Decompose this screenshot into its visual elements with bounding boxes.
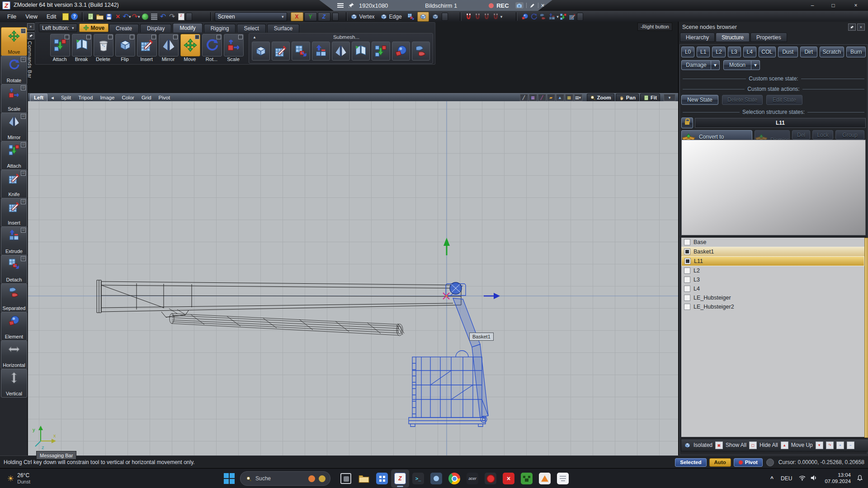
layer-scratch-button[interactable]: Scratch (820, 47, 844, 57)
submesh-edit-icon[interactable] (332, 42, 350, 61)
recorder-pin-icon[interactable] (348, 2, 354, 9)
taskbar-app-closed-red[interactable]: × (500, 469, 518, 488)
remove-node-icon[interactable]: − (847, 441, 854, 449)
move-up-label[interactable]: Move Up (791, 442, 813, 448)
hide-all-icon[interactable]: ▢ (749, 441, 757, 449)
submesh-weld-icon[interactable] (292, 42, 310, 61)
tab-select[interactable]: Select (237, 24, 265, 33)
submesh-uv-icon[interactable] (352, 42, 370, 61)
new-file-icon[interactable] (86, 12, 95, 21)
search-box[interactable]: Suche (240, 471, 330, 486)
pivot-mode-button[interactable]: Pivot (734, 458, 763, 467)
cmd-tool-move[interactable] (180, 34, 200, 56)
view-back-icon[interactable]: ◂ (47, 94, 57, 101)
bone-tool-icon[interactable] (538, 12, 547, 21)
axis-y-toggle[interactable]: Y (304, 12, 317, 21)
taskbar-app-acer[interactable]: acer (463, 469, 481, 488)
submesh-smooth-icon[interactable] (252, 42, 270, 61)
tab-create[interactable]: Create (109, 24, 139, 33)
wireframe-mode-icon[interactable]: ╱ (520, 94, 528, 101)
recorder-display-name[interactable]: Bildschirm 1 (425, 2, 457, 9)
submesh-split-icon[interactable] (312, 42, 330, 61)
tab-rigging[interactable]: Rigging (204, 24, 236, 33)
sidebar-tool-separated[interactable]: Separated (1, 283, 27, 312)
object-mode-icon[interactable] (417, 12, 429, 22)
textured-mode-icon[interactable]: ▩ (565, 94, 573, 101)
sidebar-tool-extrude[interactable]: ◲ Extrude (1, 226, 27, 255)
vertex-mode-button[interactable]: Vertex (350, 13, 375, 20)
sidebar-tool-vertical[interactable]: Vertical (1, 369, 27, 398)
menu-view[interactable]: View (21, 11, 42, 22)
taskbar-app-minecraft[interactable] (518, 469, 536, 488)
shaded-mode-icon[interactable]: ▲ (556, 94, 564, 101)
notification-bell-icon[interactable] (856, 474, 863, 483)
right-button-label[interactable]: -Right button (637, 23, 672, 31)
cmd-tool-break[interactable] (72, 34, 92, 56)
morph-tool-icon[interactable] (529, 12, 538, 21)
sidebar-tool-mirror[interactable]: ◲ Mirror (1, 113, 27, 141)
tab-hierarchy[interactable]: Hierarchy (680, 33, 715, 42)
submesh-brush-icon[interactable] (272, 42, 290, 61)
clock-widget[interactable]: 13:04 07.09.2024 (825, 472, 851, 485)
viewport-dropdown-icon[interactable]: ▾ (664, 94, 675, 101)
node-checkbox[interactable] (684, 267, 690, 274)
solid-mode-icon[interactable]: ▦ (529, 94, 537, 101)
taskbar-app-task-view[interactable] (337, 469, 355, 488)
lock-button[interactable]: Lock (812, 130, 833, 140)
sidebar-tool-scale[interactable]: ◲ Scale (1, 84, 27, 113)
node-row-le-hubsteiger2[interactable]: LE_Hubsteiger2 (681, 302, 864, 311)
redo-icon[interactable]: ↷▾ (132, 12, 141, 21)
history-back-icon[interactable]: ↶ (159, 12, 168, 21)
help-icon[interactable]: ? (70, 12, 79, 21)
auto-mode-button[interactable]: Auto (709, 458, 731, 467)
render-clap-icon[interactable]: ▤▾ (574, 94, 582, 101)
screen-selector-dropdown[interactable]: Screen▾ (215, 12, 287, 21)
scene-panel-close-icon[interactable]: × (857, 23, 865, 31)
layer-dirt-button[interactable]: Dirt (800, 47, 817, 57)
cmd-tool-flip[interactable] (115, 34, 135, 56)
tab-modify[interactable]: Modify (173, 23, 202, 33)
node-row-l11-selected[interactable]: L11 (681, 256, 864, 266)
tray-chevron-icon[interactable]: ^ (770, 475, 774, 482)
layer-l0-button[interactable]: L0 (681, 47, 694, 57)
cmd-tool-mirror[interactable] (159, 34, 179, 56)
node-row-l2[interactable]: L2 (681, 266, 864, 275)
taskbar-app-screen-recorder[interactable] (481, 469, 500, 488)
taskbar-app-vlc[interactable] (536, 469, 554, 488)
undo-icon[interactable]: ↶▾ (123, 12, 132, 21)
uv-tool-icon[interactable] (520, 12, 529, 21)
sidebar-tool-attach[interactable]: ◲ Attach (1, 141, 27, 170)
anim-tool-icon[interactable] (547, 12, 557, 21)
node-checkbox[interactable] (684, 286, 690, 292)
left-button-label[interactable]: Left button: ▾ (39, 23, 77, 32)
node-checkbox[interactable] (684, 239, 690, 245)
edge-mode-button[interactable]: Edge (380, 13, 402, 20)
hide-all-label[interactable]: Hide All (760, 442, 778, 448)
viewport-menu-color[interactable]: Color (118, 95, 137, 100)
layer-l1-button[interactable]: L1 (697, 47, 710, 57)
settings-tool-icon[interactable] (559, 12, 568, 21)
menu-edit[interactable]: Edit (42, 11, 61, 22)
layer-l2-button[interactable]: L2 (712, 47, 725, 57)
open-file-icon[interactable] (95, 12, 104, 21)
toolbar-mini-button[interactable] (186, 13, 192, 21)
edged-mode-icon[interactable]: ╱ (538, 94, 546, 101)
sidebar-tool-move[interactable]: ◲ Move (1, 27, 27, 56)
node-row-l3[interactable]: L3 (681, 275, 864, 284)
mode-mini-button[interactable] (442, 13, 448, 21)
submesh-title[interactable]: Submesh... (260, 34, 433, 40)
left-button-tool-chip[interactable]: Move (79, 23, 109, 32)
axis-mini-button[interactable] (332, 13, 339, 21)
commands-bar-close-icon[interactable]: × (27, 23, 34, 30)
commands-bar-pin-icon[interactable] (27, 32, 34, 39)
viewport-menu-pivot[interactable]: Pivot (155, 95, 174, 100)
taskbar-app-terminal[interactable]: >_ (409, 469, 427, 488)
pan-button[interactable]: Pan (616, 94, 639, 102)
viewport-menu-tripod[interactable]: Tripod (75, 95, 96, 100)
layer-burn-button[interactable]: Burn (846, 47, 866, 57)
render-icon[interactable] (141, 12, 150, 21)
language-indicator[interactable]: DEU (781, 475, 792, 482)
selected-mode-button[interactable]: Selected (675, 458, 706, 467)
taskbar-app-photos[interactable] (427, 469, 445, 488)
taskbar-app-notepad[interactable] (554, 469, 572, 488)
